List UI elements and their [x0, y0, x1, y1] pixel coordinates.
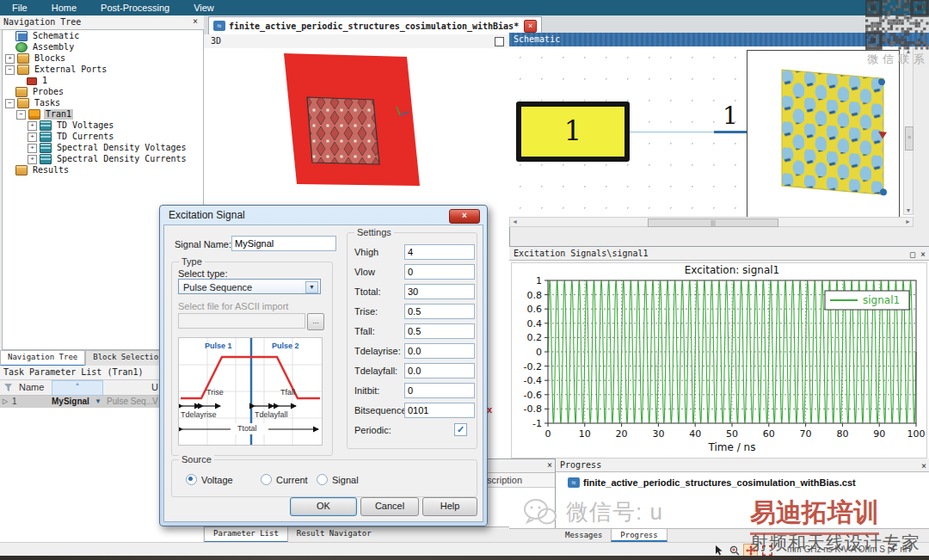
tab-navigation-tree[interactable]: Navigation Tree: [0, 351, 85, 366]
periodic-structure-preview[interactable]: [747, 50, 900, 218]
schematic-block[interactable]: 1: [516, 102, 630, 162]
tree-item-external-ports[interactable]: −External Ports: [3, 65, 203, 75]
scrollbar-thumb[interactable]: |||: [648, 218, 778, 227]
ascii-file-input[interactable]: [178, 313, 305, 329]
tab-parameter-list[interactable]: Parameter List: [204, 527, 288, 543]
column-name[interactable]: Name: [19, 382, 44, 392]
document-tab[interactable]: ≈ finite_active_periodic_structures_cosi…: [208, 16, 542, 34]
close-icon[interactable]: ×: [921, 459, 926, 472]
cursor-tool-icon[interactable]: [712, 545, 725, 556]
tab-close-icon[interactable]: ×: [524, 20, 537, 33]
scroll-right-icon[interactable]: ►: [905, 218, 911, 225]
folder-icon: [17, 98, 29, 108]
source-voltage-radio[interactable]: Voltage: [186, 474, 233, 485]
fit-view-icon[interactable]: [760, 545, 773, 556]
tree-item-td-currents[interactable]: +TD Currents: [3, 132, 203, 142]
cancel-button[interactable]: Cancel: [360, 497, 419, 516]
ttotal-input[interactable]: [404, 284, 475, 299]
schematic-horizontal-scrollbar[interactable]: ◄ ||| ►: [509, 217, 914, 227]
column-sorted[interactable]: ▲: [52, 380, 103, 396]
scroll-down-icon[interactable]: ▼: [904, 207, 913, 213]
schematic-wire[interactable]: [630, 132, 714, 132]
tree-item-schematic[interactable]: Schematic: [3, 31, 203, 41]
chevron-down-icon[interactable]: ▼: [95, 396, 102, 408]
tree-expander-icon[interactable]: +: [5, 54, 15, 64]
dialog-close-button[interactable]: ×: [449, 209, 480, 224]
tree-expander-icon[interactable]: −: [16, 110, 26, 120]
pan-tool-icon[interactable]: [743, 544, 758, 557]
tree-expander-icon[interactable]: +: [28, 132, 37, 142]
menu-post-processing[interactable]: Post-Processing: [89, 0, 181, 15]
close-icon[interactable]: ×: [190, 16, 200, 27]
menu-file[interactable]: File: [0, 0, 40, 15]
browse-button[interactable]: ...: [307, 313, 324, 330]
filter-icon[interactable]: [3, 383, 13, 392]
schematic-port-wire[interactable]: [714, 131, 748, 133]
initbit-input[interactable]: [404, 383, 475, 398]
screen-edge: [0, 556, 929, 560]
menu-home[interactable]: Home: [40, 0, 89, 15]
tree-item-blocks[interactable]: +Blocks: [3, 53, 203, 64]
periodic-checkbox[interactable]: ✓: [454, 423, 467, 436]
tab-result-navigator[interactable]: Result Navigator: [288, 527, 380, 543]
radio-icon[interactable]: [261, 474, 272, 485]
tree-item-assembly[interactable]: Assembly: [3, 42, 203, 52]
svg-text:20: 20: [616, 428, 628, 440]
tree-item-spectral-density-voltages[interactable]: +Spectral Density Voltages: [3, 143, 203, 153]
ok-button[interactable]: OK: [290, 497, 357, 516]
vhigh-input[interactable]: [404, 244, 475, 260]
row-signal-name[interactable]: MySignal: [52, 396, 89, 408]
setting-row-bitsequence: Bitsequence:: [348, 400, 477, 420]
bitsequence-input[interactable]: [404, 403, 475, 418]
close-icon[interactable]: ×: [547, 460, 552, 470]
source-signal-radio[interactable]: Signal: [317, 474, 359, 485]
tdelayrise-input[interactable]: [404, 343, 475, 359]
schematic-vertical-scrollbar[interactable]: ▲ ≡ ▼: [903, 46, 914, 215]
tdelayfall-input[interactable]: [404, 363, 475, 378]
tree-expander-icon[interactable]: +: [28, 121, 37, 131]
scroll-left-icon[interactable]: ◄: [512, 218, 518, 225]
tfall-input[interactable]: [404, 323, 475, 339]
tree-expander-icon[interactable]: +: [28, 155, 37, 164]
svg-text:Time / ns: Time / ns: [708, 441, 756, 453]
select-type-dropdown[interactable]: Pulse Sequence ▼: [178, 279, 321, 294]
svg-text:0.8: 0.8: [527, 290, 543, 301]
trise-input[interactable]: [404, 304, 475, 319]
excitation-chart[interactable]: Excitation: signal1010203040506070809010…: [511, 262, 927, 458]
scroll-up-icon[interactable]: ▲: [904, 48, 913, 54]
tree-item-1[interactable]: 1: [3, 76, 203, 86]
menu-view[interactable]: View: [181, 0, 226, 15]
maximize-icon[interactable]: □: [910, 249, 915, 259]
tab-messages[interactable]: Messages: [557, 529, 611, 542]
tree-item-tasks[interactable]: −Tasks: [3, 98, 203, 108]
close-icon[interactable]: ×: [920, 249, 926, 259]
help-button[interactable]: Help: [422, 497, 477, 516]
row-expander-icon[interactable]: ▷: [3, 396, 8, 408]
tree-expander-icon[interactable]: +: [28, 144, 37, 153]
tree-item-probes[interactable]: Probes: [3, 87, 203, 97]
zoom-tool-icon[interactable]: [728, 545, 741, 556]
dialog-title-bar[interactable]: Excitation Signal: [160, 206, 487, 225]
vlow-input[interactable]: [404, 264, 475, 280]
tree-expander-icon[interactable]: −: [5, 65, 15, 75]
tree-item-td-voltages[interactable]: +TD Voltages: [3, 120, 203, 131]
radio-icon[interactable]: [186, 474, 197, 485]
tree-expander-icon[interactable]: −: [5, 99, 15, 108]
progress-file-entry[interactable]: ≈ finite_active_periodic_structures_cosi…: [568, 477, 856, 488]
tree-item-results[interactable]: Results: [3, 165, 203, 175]
tab-progress[interactable]: Progress: [611, 529, 667, 542]
schematic-canvas[interactable]: 1 1: [509, 46, 914, 218]
excitation-signal-dialog: Excitation Signal × Signal Name: Type Se…: [159, 205, 488, 526]
radio-icon[interactable]: [317, 474, 328, 485]
view-3d-label[interactable]: 3D: [211, 36, 221, 46]
folder-icon: [15, 165, 28, 175]
source-current-radio[interactable]: Current: [261, 474, 308, 485]
column-unit-partial[interactable]: U: [151, 382, 158, 392]
maximize-icon[interactable]: [495, 37, 504, 46]
tree-item-spectral-density-currents[interactable]: +Spectral Density Currents: [3, 154, 203, 164]
scrollbar-thumb[interactable]: ≡: [905, 126, 914, 151]
description-column-header[interactable]: Description: [483, 473, 555, 488]
signal-name-input[interactable]: [231, 236, 336, 251]
tree-item-tran1[interactable]: −Tran1: [3, 109, 203, 120]
chevron-down-icon: ▼: [305, 281, 318, 293]
